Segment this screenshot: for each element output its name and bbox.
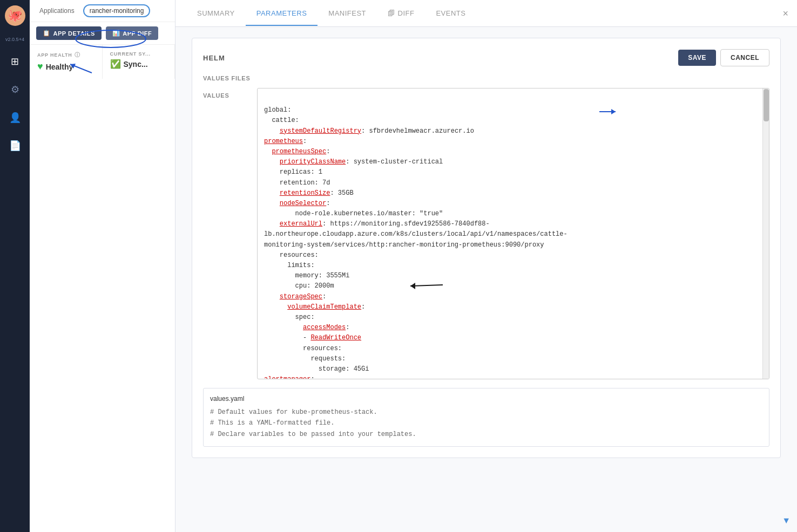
collapse-button[interactable]: ▼ — [782, 516, 791, 526]
helm-header: HELM SAVE CANCEL — [203, 49, 769, 66]
layers-icon[interactable]: ⊞ — [6, 53, 24, 70]
sidebar: 🐙 v2.0.5+4 ⊞ ⚙ 👤 📄 — [0, 0, 30, 532]
values-yaml-comment-1: # Default values for kube-prometheus-sta… — [210, 407, 762, 418]
settings-icon[interactable]: ⚙ — [6, 81, 24, 98]
current-sync-item: CURRENT SY... ✅ Sync... — [103, 45, 175, 79]
tab-events[interactable]: EVENTS — [425, 2, 476, 26]
applications-tab[interactable]: Applications — [35, 5, 79, 17]
health-heart-icon: ♥ — [37, 61, 43, 72]
docs-icon[interactable]: 📄 — [6, 137, 24, 154]
helm-title: HELM — [203, 54, 225, 62]
values-yaml-title: values.yaml — [210, 395, 762, 403]
rancher-monitoring-tab[interactable]: rancher-monitoring — [83, 4, 151, 17]
user-icon[interactable]: 👤 — [6, 109, 24, 126]
health-info-icon: ⓘ — [75, 51, 80, 59]
app-health-value: ♥ Healthy — [37, 61, 94, 72]
helm-actions: SAVE CANCEL — [678, 49, 769, 66]
close-button[interactable]: × — [782, 8, 788, 19]
values-editor[interactable]: global: cattle: systemDefaultRegistry: s… — [257, 88, 769, 379]
values-files-label: VALUES FILES — [203, 75, 769, 81]
tab-diff[interactable]: 🗐 DIFF — [377, 2, 425, 26]
scrollbar-thumb[interactable] — [764, 89, 769, 121]
values-editor-content[interactable]: global: cattle: systemDefaultRegistry: s… — [258, 88, 769, 379]
tab-parameters[interactable]: PARAMETERS — [246, 2, 318, 26]
left-panel: Applications rancher-monitoring 📋 APP DE… — [30, 0, 175, 532]
app-details-icon: 📋 — [43, 30, 51, 37]
avatar-emoji: 🐙 — [8, 9, 22, 23]
editor-scrollbar[interactable] — [762, 88, 769, 379]
main-tabs: SUMMARY PARAMETERS MANIFEST 🗐 DIFF EVENT… — [186, 2, 476, 25]
app-details-label: APP DETAILS — [53, 30, 95, 37]
health-panel: APP HEALTH ⓘ ♥ Healthy CURRENT SY... ✅ S… — [30, 45, 175, 79]
app-diff-button[interactable]: 📊 APP DIFF — [106, 26, 158, 40]
values-yaml-section: values.yaml # Default values for kube-pr… — [203, 388, 769, 447]
tab-summary[interactable]: SUMMARY — [186, 2, 246, 26]
app-health-item: APP HEALTH ⓘ ♥ Healthy — [30, 45, 103, 79]
left-panel-tabs: Applications rancher-monitoring — [30, 0, 175, 22]
toolbar: 📋 APP DETAILS 📊 APP DIFF — [30, 22, 175, 45]
sync-check-icon: ✅ — [110, 59, 121, 69]
values-yaml-comment-2: # This is a YAML-formatted file. — [210, 418, 762, 428]
main-content: SUMMARY PARAMETERS MANIFEST 🗐 DIFF EVENT… — [175, 0, 797, 532]
version-label: v2.0.5+4 — [5, 37, 24, 42]
content-area: HELM SAVE CANCEL VALUES FILES VALUES glo… — [175, 27, 797, 532]
values-label: VALUES — [203, 88, 246, 99]
cancel-button[interactable]: CANCEL — [720, 49, 769, 66]
current-sync-value: ✅ Sync... — [110, 59, 167, 69]
diff-page-icon: 🗐 — [388, 9, 395, 17]
app-details-button[interactable]: 📋 APP DETAILS — [36, 26, 102, 40]
values-yaml-comment-3: # Declare variables to be passed into yo… — [210, 429, 762, 440]
avatar[interactable]: 🐙 — [5, 5, 25, 26]
app-diff-icon: 📊 — [112, 30, 120, 37]
save-button[interactable]: SAVE — [678, 50, 716, 66]
app-health-label: APP HEALTH ⓘ — [37, 51, 94, 59]
app-diff-label: APP DIFF — [123, 30, 152, 37]
helm-section: HELM SAVE CANCEL VALUES FILES VALUES glo… — [192, 38, 781, 458]
values-row: VALUES global: cattle: systemDefaultRegi… — [203, 88, 769, 379]
top-bar: SUMMARY PARAMETERS MANIFEST 🗐 DIFF EVENT… — [175, 0, 797, 27]
tab-manifest[interactable]: MANIFEST — [318, 2, 377, 26]
current-sync-label: CURRENT SY... — [110, 51, 167, 57]
